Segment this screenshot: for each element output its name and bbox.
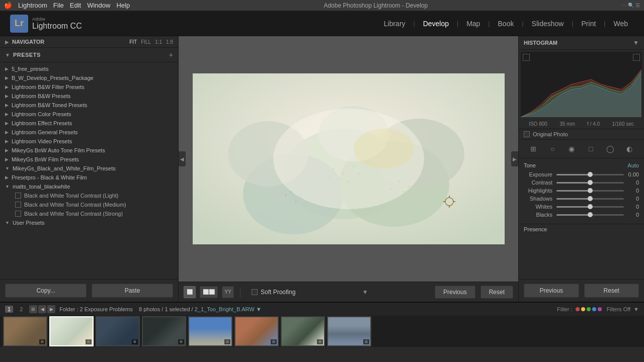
menu-file[interactable]: File xyxy=(53,2,64,9)
filmstrip-prev-btn[interactable]: ◀ xyxy=(38,305,46,313)
preset-group-header-lrvideo[interactable]: ▶ Lightroom Video Presets xyxy=(0,137,178,146)
filmstrip-grid-btn[interactable]: ⊞ xyxy=(29,305,37,313)
1-1-btn[interactable]: 1:1 xyxy=(155,39,162,45)
preset-item-name: Black and White Tonal Contrast (Strong) xyxy=(24,211,123,217)
apple-menu[interactable]: 🍎 xyxy=(4,2,12,9)
contrast-track[interactable] xyxy=(556,182,624,184)
exposure-thumb[interactable] xyxy=(588,172,593,177)
whites-thumb[interactable] xyxy=(588,204,593,209)
thumb-badge: ⊞ xyxy=(132,339,138,344)
copy-button[interactable]: Copy... xyxy=(5,284,87,298)
radial-tool-btn[interactable]: ◯ xyxy=(603,143,617,155)
filter-dot-red[interactable] xyxy=(576,307,580,311)
tone-auto-btn[interactable]: Auto xyxy=(627,162,639,168)
presets-header[interactable]: ▼ Presets + xyxy=(0,48,178,62)
filter-dot-green[interactable] xyxy=(587,307,591,311)
highlights-thumb[interactable] xyxy=(588,188,593,193)
filmstrip-file[interactable]: 2_1_Too_Bright_B.ARW ▼ xyxy=(195,306,262,312)
navigator-header[interactable]: ▶ Navigator FIT FILL 1:1 1:8 xyxy=(0,36,178,47)
exposure-track[interactable] xyxy=(556,174,624,175)
filmstrip-thumb-2[interactable]: ⊞ xyxy=(49,316,94,346)
nav-tab-web[interactable]: Web xyxy=(607,18,634,30)
preset-group-header-5free[interactable]: ▶ 5_free_presets xyxy=(0,64,178,73)
preset-group-header-mikeysbnw[interactable]: ▶ MikeyGs BnW Film Presets xyxy=(0,155,178,164)
page-num-1[interactable]: 1 xyxy=(5,306,13,313)
nav-tab-print[interactable]: Print xyxy=(576,18,602,30)
highlights-track[interactable] xyxy=(556,190,624,192)
soft-proofing-checkbox[interactable] xyxy=(252,289,258,295)
original-photo-checkbox[interactable] xyxy=(524,131,530,137)
shadows-thumb[interactable] xyxy=(588,196,593,201)
nav-tab-develop[interactable]: Develop xyxy=(417,18,455,30)
nav-tab-library[interactable]: Library xyxy=(378,18,412,30)
preset-group-header-lrbwtoned[interactable]: ▶ Lightroom B&W Toned Presets xyxy=(0,101,178,110)
preset-group-header-mikeybnauto[interactable]: ▶ MikeyGs BnW Auto Tone Film Presets xyxy=(0,146,178,155)
histogram-header[interactable]: Histogram ▼ xyxy=(519,36,644,50)
filmstrip-thumb-6[interactable]: ⊞ xyxy=(234,316,279,346)
soft-proofing-dropdown[interactable]: ▼ xyxy=(362,289,368,296)
fit-btn[interactable]: FIT xyxy=(129,39,137,45)
preset-item-strong[interactable]: Black and White Tonal Contrast (Strong) xyxy=(0,209,178,218)
collapse-right-btn[interactable]: ▶ xyxy=(511,151,518,166)
filters-dropdown[interactable]: ▼ xyxy=(633,306,639,312)
preset-icon xyxy=(15,202,21,208)
preset-group-header-presetpro[interactable]: ▶ Presetpro - Black & White Film xyxy=(0,173,178,182)
whites-track[interactable] xyxy=(556,206,624,208)
clipping-highlights-btn[interactable] xyxy=(633,54,640,61)
preset-group-header-user[interactable]: ▼ User Presets xyxy=(0,218,178,227)
contrast-thumb[interactable] xyxy=(588,180,593,185)
1-8-btn[interactable]: 1:8 xyxy=(166,39,173,45)
reset-button-right[interactable]: Reset xyxy=(584,284,639,298)
previous-button-right[interactable]: Previous xyxy=(524,284,579,298)
fill-btn[interactable]: FILL xyxy=(141,39,151,45)
menu-lightroom[interactable]: Lightroom xyxy=(18,2,47,9)
filter-dot-yellow[interactable] xyxy=(581,307,585,311)
nav-tab-slideshow[interactable]: Slideshow xyxy=(526,18,570,30)
clipping-shadows-btn[interactable] xyxy=(523,54,530,61)
previous-button[interactable]: Previous xyxy=(435,286,475,299)
filmstrip-thumb-4[interactable]: ⊞ xyxy=(142,316,186,346)
preset-group-header-lrgeneral[interactable]: ▶ Lightroom General Presets xyxy=(0,128,178,137)
nav-tabs: Library | Develop | Map | Book | Slidesh… xyxy=(378,18,634,30)
reset-button[interactable]: Reset xyxy=(480,286,513,299)
nav-tab-map[interactable]: Map xyxy=(460,18,486,30)
preset-group-header-lrbw[interactable]: ▶ Lightroom B&W Presets xyxy=(0,92,178,101)
preset-item-light[interactable]: Black and White Tonal Contrast (Light) xyxy=(0,191,178,200)
preset-group-header-lrcolor[interactable]: ▶ Lightroom Color Presets xyxy=(0,110,178,119)
filmstrip-thumb-3[interactable]: ⊞ xyxy=(96,316,140,346)
preset-group-header-bwdev[interactable]: ▶ B_W_Develop_Presets_Package xyxy=(0,73,178,82)
filter-dot-purple[interactable] xyxy=(598,307,602,311)
loupe-view-btn[interactable]: ⬜ xyxy=(184,286,196,298)
preset-group-lrcolor: ▶ Lightroom Color Presets xyxy=(0,110,178,119)
before-after-btn[interactable]: ⬜⬜ xyxy=(200,286,218,298)
preset-group-header-matts[interactable]: ▼ matts_tonal_blackwhite xyxy=(0,182,178,191)
shadows-track[interactable] xyxy=(556,198,624,200)
exif-focal: 35 mm xyxy=(559,121,575,127)
menu-edit[interactable]: Edit xyxy=(70,2,81,9)
hsl-tool-btn[interactable]: ◐ xyxy=(622,143,636,155)
spot-tool-btn[interactable]: ◉ xyxy=(565,143,579,155)
filter-dot-blue[interactable] xyxy=(592,307,596,311)
preset-item-medium[interactable]: Black and White Tonal Contrast (Medium) xyxy=(0,200,178,209)
menu-window[interactable]: Window xyxy=(87,2,110,9)
add-preset-btn[interactable]: + xyxy=(169,51,173,59)
redeye-tool-btn[interactable]: □ xyxy=(584,143,598,155)
filmstrip-thumb-7[interactable]: ⊞ xyxy=(281,316,325,346)
nav-tab-book[interactable]: Book xyxy=(492,18,520,30)
page-num-2[interactable]: 2 xyxy=(17,306,25,313)
preset-group-header-lrbwfilter[interactable]: ▶ Lightroom B&W Filter Presets xyxy=(0,82,178,92)
blacks-track[interactable] xyxy=(556,214,624,216)
crop-tool-btn[interactable]: ○ xyxy=(545,143,559,155)
filmstrip-thumb-5[interactable]: ⊞ xyxy=(188,316,232,346)
preset-group-header-lreffect[interactable]: ▶ Lightroom Effect Presets xyxy=(0,119,178,128)
filmstrip-thumb-1[interactable]: ⊞ xyxy=(3,316,47,346)
filmstrip-thumb-8[interactable]: ⊞ xyxy=(327,316,371,346)
filmstrip-next-btn[interactable]: ▶ xyxy=(47,305,55,313)
preset-group-header-mikeysbw[interactable]: ▼ MikeyGs_Black_and_White_Film_Presets xyxy=(0,164,178,173)
menu-help[interactable]: Help xyxy=(116,2,130,9)
survey-view-btn[interactable]: YY xyxy=(222,286,234,298)
blacks-thumb[interactable] xyxy=(588,212,593,217)
grid-tool-btn[interactable]: ⊞ xyxy=(526,143,540,155)
paste-button[interactable]: Paste xyxy=(92,284,173,298)
collapse-left-btn[interactable]: ◀ xyxy=(179,151,186,166)
